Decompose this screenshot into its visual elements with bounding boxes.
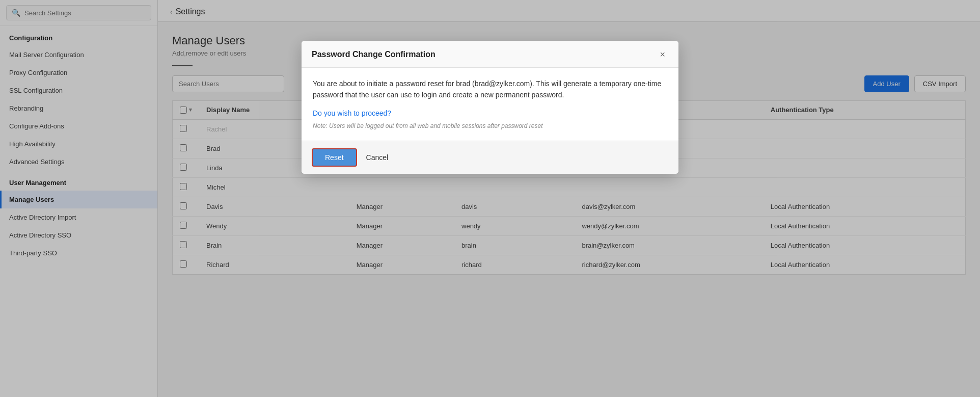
modal-header: Password Change Confirmation × <box>302 41 678 68</box>
password-change-modal: Password Change Confirmation × You are a… <box>302 41 678 174</box>
modal-question: Do you wish to proceed? <box>313 109 667 117</box>
modal-title: Password Change Confirmation <box>312 50 435 59</box>
reset-button[interactable]: Reset <box>312 148 357 167</box>
modal-message: You are about to initiate a password res… <box>313 78 667 101</box>
cancel-button[interactable]: Cancel <box>364 149 391 166</box>
modal-overlay: Password Change Confirmation × You are a… <box>0 0 980 397</box>
modal-note: Note: Users will be logged out from all … <box>313 122 667 129</box>
modal-body: You are about to initiate a password res… <box>302 68 678 141</box>
modal-footer: Reset Cancel <box>302 141 678 174</box>
modal-close-button[interactable]: × <box>657 49 668 60</box>
